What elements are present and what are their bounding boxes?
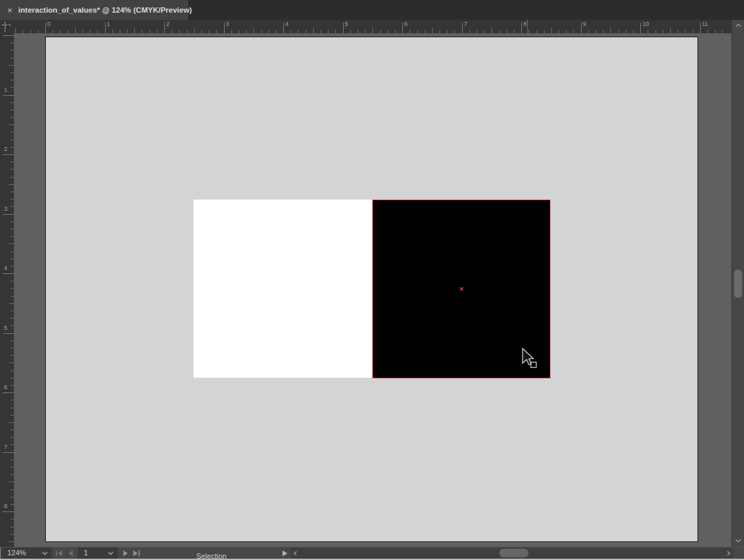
ruler-tick: [11, 490, 14, 490]
ruler-tick: [454, 30, 455, 33]
ruler-tick: [134, 28, 135, 33]
ruler-tick: [11, 43, 14, 43]
chevron-down-icon[interactable]: [108, 551, 114, 555]
ruler-tick: [610, 28, 611, 33]
ruler-tick: [209, 30, 209, 33]
artboard[interactable]: [45, 37, 698, 542]
vertical-scrollbar-thumb[interactable]: [734, 269, 742, 298]
ruler-tick: [239, 30, 239, 33]
ruler-tick: [11, 132, 14, 132]
ruler-tick: [603, 30, 604, 33]
ruler-label: 4: [4, 265, 7, 271]
ruler-tick: [97, 30, 98, 33]
ruler-tick: [558, 30, 559, 33]
ruler-tick: [11, 341, 14, 341]
ruler-tick: [9, 422, 14, 423]
ruler-label: 11: [702, 21, 708, 27]
ruler-tick: [3, 392, 14, 393]
ruler-label: 7: [464, 21, 467, 27]
last-page-button[interactable]: [132, 550, 142, 557]
zoom-level-control[interactable]: 124%: [1, 547, 52, 559]
page-number-value: 1: [84, 549, 88, 557]
scroll-left-icon[interactable]: [293, 551, 298, 556]
ruler-tick: [11, 110, 14, 110]
ruler-tick: [11, 281, 14, 281]
status-menu-arrow-icon[interactable]: [281, 550, 288, 557]
page-number-control[interactable]: 1: [78, 547, 118, 559]
scroll-up-icon[interactable]: [735, 23, 742, 28]
ruler-tick: [11, 147, 14, 148]
tab-close-icon[interactable]: ×: [7, 6, 13, 15]
ruler-tick: [507, 30, 507, 33]
horizontal-ruler[interactable]: 01234567891011: [14, 20, 731, 33]
ruler-tick: [11, 206, 14, 207]
chevron-down-icon[interactable]: [42, 551, 48, 555]
ruler-tick: [11, 474, 14, 475]
ruler-tick: [291, 30, 291, 33]
ruler-tick: [3, 452, 14, 453]
ruler-label: 8: [523, 21, 527, 27]
ruler-tick: [11, 430, 14, 430]
ruler-label: 2: [4, 146, 7, 152]
ruler-tick: [9, 362, 14, 363]
ruler-tick: [3, 333, 14, 334]
ruler-label: 2: [166, 21, 170, 27]
document-tab-bar: × interaction_of_values* @ 124% (CMYK/Pr…: [0, 0, 744, 20]
next-page-button[interactable]: [122, 550, 131, 557]
ruler-tick: [45, 23, 46, 33]
ruler-tick: [276, 30, 277, 33]
black-square-object-selected[interactable]: ×: [372, 200, 551, 378]
ruler-tick: [11, 296, 14, 297]
ruler-tick: [11, 199, 14, 200]
horizontal-scrollbar-thumb[interactable]: [499, 549, 529, 557]
ruler-tick: [358, 30, 358, 33]
ruler-tick: [11, 415, 14, 416]
ruler-tick: [11, 460, 14, 460]
ruler-tick: [11, 385, 14, 386]
ruler-tick: [491, 28, 492, 33]
white-square-object[interactable]: [193, 200, 372, 378]
ruler-origin-icon: [5, 22, 5, 32]
ruler-tick: [298, 30, 299, 33]
ruler-tick: [201, 30, 202, 33]
ruler-tick: [418, 30, 418, 33]
ruler-tick: [693, 30, 693, 33]
ruler-tick: [11, 80, 14, 80]
horizontal-scrollbar[interactable]: [291, 547, 733, 559]
vertical-ruler[interactable]: 12345678: [0, 33, 14, 547]
ruler-tick: [648, 30, 648, 33]
ruler-label: 4: [285, 21, 289, 27]
scroll-right-icon[interactable]: [726, 551, 731, 556]
previous-page-button[interactable]: [66, 550, 76, 557]
ruler-tick: [157, 30, 158, 33]
first-page-button[interactable]: [55, 550, 64, 557]
ruler-tick: [11, 437, 14, 438]
canvas-viewport[interactable]: ×: [14, 33, 731, 547]
ruler-tick: [231, 30, 232, 33]
ruler-tick: [320, 30, 321, 33]
ruler-tick: [11, 497, 14, 497]
object-center-point-marker: ×: [459, 285, 463, 293]
ruler-tick: [11, 58, 14, 59]
ruler-tick: [23, 30, 23, 33]
ruler-tick: [372, 28, 373, 33]
scrollbar-corner: [733, 547, 744, 559]
ruler-origin-corner[interactable]: [0, 20, 14, 33]
ruler-tick: [670, 28, 671, 33]
ruler-tick: [469, 30, 470, 33]
ruler-tick: [82, 30, 83, 33]
scroll-down-icon[interactable]: [735, 538, 742, 543]
ruler-tick: [722, 30, 723, 33]
ruler-label: 5: [4, 325, 7, 331]
ruler-label: 7: [4, 444, 7, 450]
document-tab[interactable]: × interaction_of_values* @ 124% (CMYK/Pr…: [0, 0, 188, 20]
ruler-tick: [499, 30, 500, 33]
ruler-label: 5: [345, 21, 348, 27]
ruler-tick: [3, 511, 14, 512]
vertical-scrollbar[interactable]: [731, 20, 744, 547]
ruler-tick: [11, 50, 14, 51]
ruler-tick: [715, 30, 715, 33]
ruler-label: 3: [4, 206, 7, 212]
ruler-tick: [11, 288, 14, 289]
ruler-tick: [11, 504, 14, 505]
